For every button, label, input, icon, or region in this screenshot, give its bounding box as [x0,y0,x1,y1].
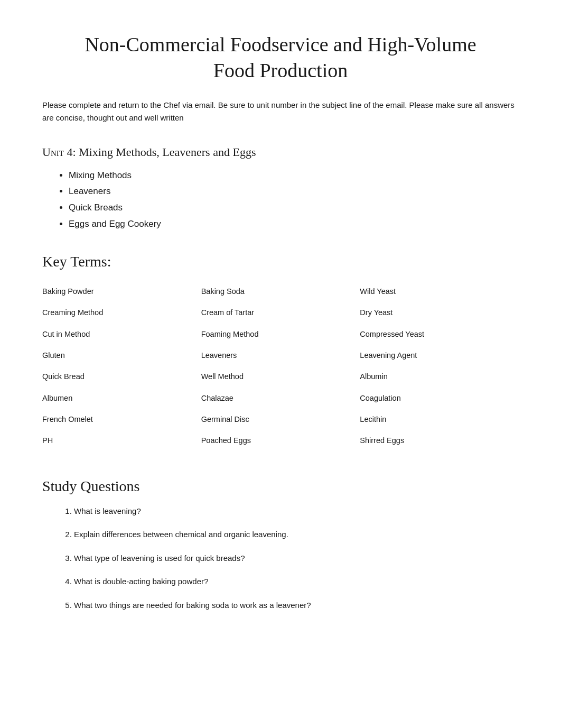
key-term-cell: Coagulation [360,388,519,409]
key-term-cell: PH [42,430,201,451]
page-title: Non-Commercial Foodservice and High-Volu… [42,32,519,84]
key-term-cell: Gluten [42,345,201,366]
study-question-4: What is double-acting baking powder? [74,576,519,588]
key-term-cell: Well Method [201,366,360,387]
key-term-cell: Albumin [360,366,519,387]
bullet-item: Quick Breads [69,200,519,216]
study-question-2: Explain differences between chemical and… [74,529,519,541]
key-term-cell: Chalazae [201,388,360,409]
key-term-cell: Baking Powder [42,281,201,302]
title-line2: Food Production [213,59,348,81]
key-term-cell: Lecithin [360,409,519,430]
study-question-1: What is leavening? [74,505,519,518]
key-term-cell: Albumen [42,388,201,409]
title-line1: Non-Commercial Foodservice and High-Volu… [85,33,476,56]
key-term-cell: Compressed Yeast [360,324,519,345]
key-terms-grid: Baking PowderBaking SodaWild YeastCreami… [42,281,519,451]
unit-heading: Unit 4: Mixing Methods, Leaveners and Eg… [42,145,519,159]
key-term-cell: Shirred Eggs [360,430,519,451]
key-term-cell: Leaveners [201,345,360,366]
intro-paragraph: Please complete and return to the Chef v… [42,99,519,124]
key-term-cell: Baking Soda [201,281,360,302]
key-terms-heading: Key Terms: [42,253,519,270]
key-term-cell: French Omelet [42,409,201,430]
bullet-item: Leaveners [69,183,519,200]
key-term-cell: Germinal Disc [201,409,360,430]
key-term-cell: Foaming Method [201,324,360,345]
key-term-cell: Quick Bread [42,366,201,387]
key-term-cell: Creaming Method [42,302,201,323]
bullet-item: Mixing Methods [69,168,519,184]
study-questions-heading: Study Questions [42,478,519,495]
key-term-cell: Cut in Method [42,324,201,345]
key-term-cell: Dry Yeast [360,302,519,323]
key-term-cell: Cream of Tartar [201,302,360,323]
unit-heading-text: 4: Mixing Methods, Leaveners and Eggs [64,145,256,159]
unit-bullet-list: Mixing MethodsLeavenersQuick BreadsEggs … [42,168,519,232]
study-questions-section: Study Questions What is leavening?Explai… [42,478,519,612]
bullet-item: Eggs and Egg Cookery [69,216,519,233]
key-term-cell: Wild Yeast [360,281,519,302]
unit-label-small-caps: Unit [42,145,64,159]
key-term-cell: Poached Eggs [201,430,360,451]
study-question-5: What two things are needed for baking so… [74,600,519,612]
study-questions-list: What is leavening?Explain differences be… [42,505,519,612]
study-question-3: What type of leavening is used for quick… [74,552,519,565]
key-term-cell: Leavening Agent [360,345,519,366]
